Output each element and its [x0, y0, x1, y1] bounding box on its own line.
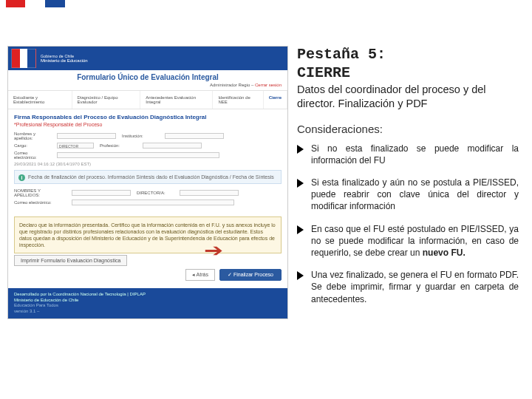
bullet-1: Si no esta finalizado se puede modificar…	[297, 143, 519, 166]
section-subtitle: *Profesional Responsable del Proceso	[14, 122, 282, 127]
field-nombres[interactable]	[57, 133, 116, 139]
bullet-3-text: En caso que el FU esté postulado en PIE/…	[311, 223, 519, 259]
timestamp: 29/03/2021 04:16:12 (30/14/1970 EST)	[14, 162, 282, 166]
info-box: Fecha de finalización del proceso. Infor…	[14, 170, 282, 184]
foot-line3: Educación Para Todos	[14, 303, 282, 309]
field-cargo[interactable]: DIRECTOR	[57, 143, 94, 149]
label-profesion: Profesión:	[100, 143, 137, 148]
tab-antecedentes[interactable]: Antecedentes Evaluación Integral	[140, 91, 213, 109]
tab-estudiante[interactable]: Estudiante y Establecimiento	[8, 91, 72, 109]
slide-title-line2: CIERRE	[297, 64, 519, 81]
admin-bar: Administrador Regio – Cerrar sesión	[8, 83, 287, 90]
brand-stripe	[6, 0, 65, 7]
field-director[interactable]	[180, 190, 239, 196]
bullet-4: Una vez finalizado, se genera el FU en f…	[297, 269, 519, 305]
bullet-3: En caso que el FU esté postulado en PIE/…	[297, 223, 519, 259]
bullet-icon	[297, 145, 304, 154]
label-director: DIRECTOR/A:	[137, 191, 174, 195]
bullet-4-text: Una vez finalizado, se genera el FU en f…	[311, 269, 519, 305]
admin-prefix: Administrador Regio –	[210, 83, 253, 87]
footer: Desarrollado por la Coordinación Naciona…	[8, 288, 287, 318]
considerations-heading: Consideraciones:	[297, 123, 519, 135]
slide-subtitle: Datos del coordinador del proceso y del …	[297, 83, 519, 111]
form-title: Formulario Único de Evaluación Integral	[8, 70, 287, 83]
label-correo: Correo electrónico:	[14, 151, 51, 160]
field-profesion[interactable]	[143, 143, 202, 149]
form-screenshot: Gobierno de Chile Ministerio de Educació…	[7, 46, 288, 319]
field-correo2[interactable]	[72, 200, 234, 205]
foot-line2: Ministerio de Educación de Chile	[14, 298, 282, 304]
considerations-list: Si no esta finalizado se puede modificar…	[297, 143, 519, 305]
bullet-2-text: Si esta finalizado y aún no se postula a…	[311, 177, 519, 213]
label-correo2: Correo electrónico:	[14, 200, 66, 205]
back-button[interactable]: ◂ Atrás	[185, 269, 215, 281]
flag-icon	[11, 49, 36, 68]
field-nombres2[interactable]	[72, 190, 131, 196]
field-correo[interactable]	[57, 152, 219, 158]
foot-line1: Desarrollado por la Coordinación Naciona…	[14, 292, 282, 298]
pointer-arrow-icon: ➔	[204, 240, 223, 261]
section-title: Firma Responsables del Proceso de Evalua…	[14, 114, 282, 120]
bullet-icon	[297, 271, 304, 280]
slide-title-line1: Pestaña 5:	[297, 46, 519, 63]
bullet-icon	[297, 225, 304, 234]
warning-note: Declaro que la información presentada. C…	[14, 216, 282, 253]
bullet-icon	[297, 179, 304, 188]
logout-link[interactable]: Cerrar sesión	[255, 83, 282, 87]
tab-diagnostico[interactable]: Diagnóstico / Equipo Evaluador	[72, 91, 141, 109]
foot-line4: versión 3.1 –	[14, 309, 282, 315]
label-institucion: Institución:	[122, 134, 159, 138]
tab-cierre[interactable]: Cierre	[264, 91, 287, 109]
finalizar-button[interactable]: ✓ Finalizar Proceso	[219, 269, 282, 281]
bullet-2: Si esta finalizado y aún no se postula a…	[297, 177, 519, 213]
label-nombres2: NOMBRES Y APELLIDOS:	[14, 188, 66, 197]
print-button[interactable]: Imprimir Formulario Evaluación Diagnósti…	[14, 255, 127, 266]
gov-line2: Ministerio de Educación	[41, 58, 88, 63]
label-nombres: Nombres y apellidos:	[14, 132, 51, 140]
bullet-1-text: Si no esta finalizado se puede modificar…	[311, 143, 519, 166]
field-institucion[interactable]	[165, 133, 224, 139]
tab-nee[interactable]: Identificación de NEE	[213, 91, 263, 109]
tab-bar: Estudiante y Establecimiento Diagnóstico…	[8, 90, 287, 109]
label-cargo: Cargo:	[14, 143, 51, 148]
